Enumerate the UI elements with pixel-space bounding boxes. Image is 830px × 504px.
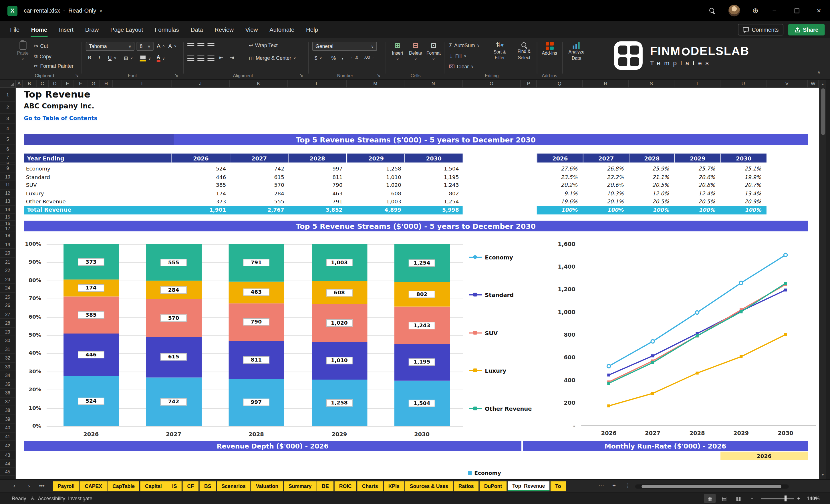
decrease-decimal-button[interactable]: ←.0 — [350, 55, 358, 60]
share-button[interactable]: Share — [788, 24, 825, 35]
italic-button[interactable]: I — [98, 55, 100, 60]
row-header-43[interactable]: 43 — [0, 451, 15, 460]
total-2027[interactable]: 2,767 — [230, 206, 288, 214]
borders-button[interactable]: ⊞∨ — [124, 55, 133, 61]
insert-cells-button[interactable]: ⊞Insert∨ — [389, 42, 406, 61]
find-select-button[interactable]: Find &Select — [513, 42, 536, 61]
table-header-year-2030[interactable]: 2030 — [405, 154, 463, 162]
table-of-contents-link[interactable]: Go to Table of Contents — [24, 115, 97, 121]
cell-suv-2029[interactable]: 1,020 — [347, 181, 405, 189]
close-button[interactable]: × — [809, 0, 829, 21]
total-pct-2029[interactable]: 100% — [674, 206, 721, 214]
column-header-H[interactable]: H — [100, 80, 113, 88]
cell-luxury-2030[interactable]: 802 — [405, 189, 463, 198]
row-header-7[interactable]: 7 — [0, 154, 15, 162]
tab-splitter[interactable]: ⁞ — [622, 482, 633, 490]
pct-suv-2030[interactable]: 20.7% — [721, 181, 767, 189]
sheet-tab-scenarios[interactable]: Scenarios — [217, 481, 250, 491]
pct-standard-2026[interactable]: 23.5% — [537, 173, 583, 181]
row-header-23[interactable]: 23 — [0, 275, 15, 284]
row-header-33[interactable]: 33 — [0, 363, 15, 371]
cell-standard-2026[interactable]: 446 — [171, 173, 230, 181]
normal-view-button[interactable]: ▦ — [704, 494, 716, 503]
alignment-dialog-launcher[interactable]: ↘ — [300, 73, 303, 78]
sheet-tab-be[interactable]: BE — [317, 481, 334, 491]
row-label-suv[interactable]: SUV — [24, 181, 171, 189]
align-bottom-button[interactable] — [208, 43, 215, 48]
font-size-select[interactable]: 8∨ — [137, 42, 154, 51]
column-header-K[interactable]: K — [230, 80, 288, 88]
sheet-tab-dupont[interactable]: DuPont — [479, 481, 507, 491]
comma-format-button[interactable]: , — [342, 54, 344, 60]
wrap-text-button[interactable]: ↩Wrap Text — [249, 42, 278, 48]
cell-standard-2030[interactable]: 1,195 — [405, 173, 463, 181]
file-title[interactable]: car-rental.xlsx - Read-Only ∨ — [24, 7, 102, 14]
row-header-4[interactable]: 4 — [0, 124, 15, 134]
row-header-34[interactable]: 34 — [0, 371, 15, 380]
sheet-tab-cf[interactable]: CF — [183, 481, 199, 491]
table-header-year-2029[interactable]: 2029 — [347, 154, 405, 162]
menu-tab-automate[interactable]: Automate — [264, 21, 300, 38]
row-header-42[interactable]: 42 — [0, 441, 15, 451]
pct-suv-2028[interactable]: 20.5% — [629, 181, 674, 189]
cell-other-revenue-2029[interactable]: 1,003 — [347, 197, 405, 206]
row-header-28[interactable]: 28 — [0, 319, 15, 327]
pct-other-revenue-2027[interactable]: 20.1% — [583, 197, 629, 206]
sheet-tab-capital[interactable]: Capital — [140, 481, 166, 491]
align-middle-button[interactable] — [197, 43, 204, 48]
column-header-N[interactable]: N — [405, 80, 463, 88]
row-header-30[interactable]: 30 — [0, 336, 15, 345]
runrate-year-cell[interactable]: 2026 — [721, 452, 808, 460]
zoom-level[interactable]: 140% — [807, 492, 820, 504]
total-pct-2028[interactable]: 100% — [629, 206, 674, 214]
row-header-12[interactable]: 12 — [0, 189, 15, 198]
format-painter-button[interactable]: ✏Format Painter — [34, 63, 73, 69]
cell-suv-2028[interactable]: 790 — [288, 181, 346, 189]
accounting-format-button[interactable]: $∨ — [314, 55, 322, 61]
row-header-1[interactable]: 1 — [0, 88, 15, 101]
decrease-indent-button[interactable]: ⇤ — [219, 55, 223, 60]
sheet-tab-charts[interactable]: Charts — [357, 481, 383, 491]
column-header-P[interactable]: P — [521, 80, 537, 88]
row-label-economy[interactable]: Economy — [24, 165, 171, 173]
search-button[interactable] — [704, 5, 720, 17]
decrease-font-button[interactable]: A∨ — [168, 43, 177, 49]
pct-luxury-2026[interactable]: 9.1% — [537, 189, 583, 198]
row-header-41[interactable]: 41 — [0, 432, 15, 441]
table-header-year-2027[interactable]: 2027 — [230, 154, 288, 162]
menu-tab-draw[interactable]: Draw — [79, 21, 104, 38]
menu-tab-file[interactable]: File — [4, 21, 26, 38]
column-header-B[interactable]: B — [23, 80, 37, 88]
underline-button[interactable]: U∨ — [108, 55, 117, 61]
new-sheet-button[interactable]: + — [609, 482, 619, 490]
pct-header-year-2027[interactable]: 2027 — [583, 154, 629, 162]
increase-decimal-button[interactable]: .00→ — [364, 55, 374, 60]
row-header-10[interactable]: 10 — [0, 173, 15, 181]
column-header-S[interactable]: S — [629, 80, 674, 88]
select-all-corner[interactable] — [0, 80, 16, 88]
pct-standard-2028[interactable]: 21.1% — [629, 173, 674, 181]
sheet-tab-captable[interactable]: CapTable — [107, 481, 139, 491]
cell-standard-2028[interactable]: 811 — [288, 173, 346, 181]
row-header-9[interactable]: 9 — [0, 165, 15, 173]
row-header-2[interactable]: 2 — [0, 101, 15, 114]
increase-font-button[interactable]: A^ — [157, 43, 164, 49]
cell-suv-2030[interactable]: 1,243 — [405, 181, 463, 189]
horizontal-scroll-thumb[interactable] — [641, 485, 781, 488]
column-header-D[interactable]: D — [49, 80, 61, 88]
increase-indent-button[interactable]: ⇥ — [230, 55, 234, 60]
pct-suv-2026[interactable]: 20.2% — [537, 181, 583, 189]
menu-tab-view[interactable]: View — [240, 21, 264, 38]
account-avatar[interactable] — [726, 5, 742, 17]
row-header-24[interactable]: 24 — [0, 284, 15, 293]
row-header-20[interactable]: 20 — [0, 249, 15, 258]
total-2026[interactable]: 1,901 — [171, 206, 230, 214]
table-header-year-ending[interactable]: Year Ending — [24, 154, 171, 162]
row-header-29[interactable]: 29 — [0, 327, 15, 336]
vertical-scrollbar[interactable]: ▴ ▾ — [819, 80, 826, 479]
cell-luxury-2028[interactable]: 463 — [288, 189, 346, 198]
pct-economy-2028[interactable]: 25.9% — [629, 165, 674, 173]
row-header-26[interactable]: 26 — [0, 301, 15, 310]
zoom-slider[interactable] — [761, 498, 794, 499]
pct-economy-2027[interactable]: 26.8% — [583, 165, 629, 173]
